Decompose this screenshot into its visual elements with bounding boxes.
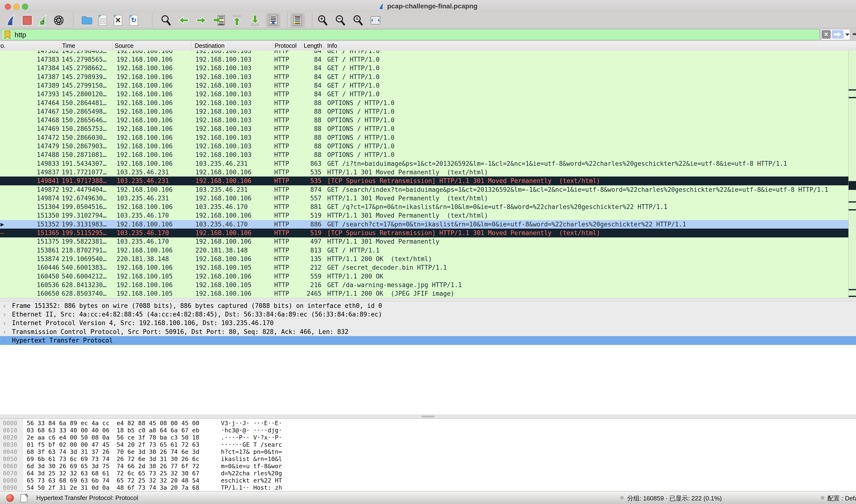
go-last-packet-button[interactable] bbox=[248, 13, 262, 28]
packet-row[interactable]: 147488150.2871081…192.168.100.106192.168… bbox=[0, 150, 849, 159]
packet-row[interactable]: 147469150.2865753…192.168.100.106192.168… bbox=[0, 124, 849, 133]
hex-row[interactable]: 005069 6b 61 73 6c 69 73 74 26 72 6e 3d … bbox=[0, 455, 856, 463]
col-header-protocol[interactable]: Protocol bbox=[275, 42, 297, 49]
packet-row[interactable]: 160446540.6001383…192.168.100.106192.168… bbox=[0, 263, 849, 272]
cell-length: 84 bbox=[296, 90, 321, 98]
packet-row[interactable]: 147387145.2798939…192.168.100.106192.168… bbox=[0, 73, 849, 82]
packet-row[interactable]: 149874192.6749630…103.235.46.231192.168.… bbox=[0, 194, 849, 203]
hex-offset: 0010 bbox=[3, 427, 17, 434]
filter-dropdown-chevron[interactable] bbox=[845, 33, 850, 36]
cell-no: 160446 bbox=[10, 263, 59, 272]
cell-source: 103.235.46.170 bbox=[117, 229, 190, 237]
detail-line[interactable]: ›Ethernet II, Src: 4a:cc:e4:82:88:45 (4a… bbox=[0, 310, 856, 319]
packet-row[interactable]: 147382145.2798465…192.168.100.106192.168… bbox=[0, 51, 849, 55]
cell-length: 863 bbox=[296, 159, 321, 168]
open-file-button[interactable] bbox=[80, 13, 94, 28]
packet-row[interactable]: 151304199.0504516…192.168.100.106103.235… bbox=[0, 202, 849, 211]
packet-row[interactable]: 147464150.2864481…192.168.100.106192.168… bbox=[0, 98, 849, 107]
packet-row[interactable]: 147472150.2866030…192.168.100.106192.168… bbox=[0, 133, 849, 142]
stop-capture-button[interactable] bbox=[20, 13, 34, 28]
cell-no: 147384 bbox=[10, 64, 59, 72]
hex-row[interactable]: 009054 50 2f 31 2e 31 0d 0a 48 6f 73 74 … bbox=[0, 484, 856, 491]
col-header-time[interactable]: Time bbox=[62, 42, 75, 49]
go-first-packet-button[interactable] bbox=[230, 13, 244, 28]
packet-row[interactable]: 147467150.2865498…192.168.100.106192.168… bbox=[0, 107, 849, 116]
hex-row[interactable]: 008065 73 63 68 69 63 6b 74 65 72 25 32 … bbox=[0, 477, 856, 484]
packet-row[interactable]: 160450540.6004212…192.168.100.105192.168… bbox=[0, 272, 849, 281]
filter-clear-button[interactable]: ✕ bbox=[822, 30, 831, 39]
packet-row[interactable]: 149841191.9717388…103.235.46.231192.168.… bbox=[0, 177, 849, 185]
col-header-no[interactable]: No. bbox=[0, 42, 5, 49]
cell-info: [TCP Spurious Retransmission] HTTP/1.1 3… bbox=[327, 177, 845, 185]
hex-row[interactable]: 000056 33 84 6a 89 ec 4a cc e4 82 88 45 … bbox=[0, 420, 856, 427]
packet-row[interactable]: ▶151352199.3131983…192.168.100.106103.23… bbox=[0, 220, 849, 229]
zoom-out-button[interactable]: − bbox=[333, 13, 347, 28]
status-profile[interactable]: 配置 : Defa bbox=[827, 494, 856, 503]
packet-row[interactable]: 147383145.2798565…192.168.100.106192.168… bbox=[0, 55, 849, 64]
bookmark-icon[interactable] bbox=[4, 30, 11, 39]
cell-no: 153861 bbox=[10, 246, 59, 255]
hex-row[interactable]: 00606d 3d 30 26 69 65 3d 75 74 66 2d 38 … bbox=[0, 463, 856, 470]
packet-row[interactable]: 151350199.3102794…103.235.46.170192.168.… bbox=[0, 211, 849, 220]
zoom-100-button[interactable]: = bbox=[351, 13, 365, 28]
packet-row[interactable]: 153874219.1069540…220.181.38.148192.168.… bbox=[0, 255, 849, 264]
restart-capture-button[interactable]: ↺ bbox=[36, 13, 50, 28]
go-to-packet-button[interactable] bbox=[212, 13, 227, 28]
filter-apply-button[interactable] bbox=[832, 30, 843, 39]
reload-file-button[interactable]: ↻ bbox=[127, 13, 141, 28]
packet-row[interactable]: 160536628.8413230…192.168.100.106192.168… bbox=[0, 281, 849, 289]
hex-row[interactable]: 003001 f5 bf 02 00 00 47 45 54 20 2f 73 … bbox=[0, 441, 856, 448]
packet-row[interactable]: 149833191.5434307…192.168.100.106103.235… bbox=[0, 159, 849, 168]
cell-time: 540.6004212… bbox=[61, 272, 111, 281]
packet-row[interactable]: 149872192.4479404…192.168.100.106103.235… bbox=[0, 185, 849, 194]
hex-row[interactable]: 001003 68 63 33 40 00 40 06 18 b5 c0 a8 … bbox=[0, 427, 856, 434]
col-header-length[interactable]: Length bbox=[304, 42, 323, 49]
packet-list-scrollbar[interactable] bbox=[849, 51, 856, 298]
cell-length: 557 bbox=[296, 194, 321, 202]
display-filter-input[interactable]: http bbox=[1, 29, 820, 40]
capture-options-button[interactable] bbox=[52, 13, 66, 28]
packet-row[interactable]: 147479150.2867903…192.168.100.106192.168… bbox=[0, 142, 849, 151]
detail-line[interactable]: ›Frame 151352: 886 bytes on wire (7088 b… bbox=[0, 302, 856, 310]
packet-row[interactable]: 147384145.2798662…192.168.100.106192.168… bbox=[0, 64, 849, 73]
zoom-in-button[interactable]: + bbox=[315, 13, 329, 28]
packet-row[interactable]: 160650628.8503740…192.168.100.105192.168… bbox=[0, 289, 849, 298]
go-forward-button[interactable] bbox=[194, 13, 209, 28]
window-title-wrap: pcap-challenge-final.pcapng bbox=[0, 1, 856, 12]
close-document-icon: ✕ bbox=[114, 15, 122, 26]
detail-line[interactable]: ›Internet Protocol Version 4, Src: 192.1… bbox=[0, 319, 856, 327]
detail-line[interactable]: ›Hypertext Transfer Protocol bbox=[0, 336, 856, 345]
packet-row[interactable]: 149837191.7721077…103.235.46.231192.168.… bbox=[0, 168, 849, 177]
start-capture-button[interactable] bbox=[4, 13, 18, 28]
cell-no: 147469 bbox=[10, 124, 59, 133]
hex-row[interactable]: 00202e aa c6 e4 00 50 08 0a 56 ce 3f 78 … bbox=[0, 434, 856, 441]
pane-splitter[interactable] bbox=[0, 415, 856, 418]
cell-destination: 192.168.100.106 bbox=[195, 168, 271, 177]
col-header-destination[interactable]: Destination bbox=[195, 42, 225, 49]
capture-comment-icon[interactable] bbox=[20, 494, 27, 502]
cell-destination: 192.168.100.103 bbox=[195, 98, 271, 107]
col-header-info[interactable]: Info bbox=[327, 42, 337, 49]
cell-length: 519 bbox=[296, 211, 321, 220]
packet-row[interactable]: 147389145.2799150…192.168.100.106192.168… bbox=[0, 81, 849, 90]
packet-row[interactable]: 153861218.8702791…192.168.100.106220.181… bbox=[0, 246, 849, 255]
detail-line[interactable]: ›Transmission Control Protocol, Src Port… bbox=[0, 327, 856, 336]
save-file-button[interactable]: 010100110101110 bbox=[95, 13, 110, 28]
hex-row[interactable]: 004068 3f 63 74 3d 31 37 26 70 6e 3d 30 … bbox=[0, 448, 856, 455]
packet-row[interactable]: —151365199.5115295…103.235.46.170192.168… bbox=[0, 229, 849, 237]
colorize-packets-button[interactable] bbox=[290, 13, 305, 28]
go-back-button[interactable] bbox=[176, 13, 191, 28]
expert-info-icon[interactable] bbox=[6, 494, 14, 502]
packet-row[interactable]: 147393145.2800120…192.168.100.106192.168… bbox=[0, 90, 849, 98]
packet-row[interactable]: 147468150.2865646…192.168.100.106192.168… bbox=[0, 116, 849, 125]
hex-row[interactable]: 007064 3d 25 32 32 63 68 61 72 6c 65 73 … bbox=[0, 470, 856, 477]
resize-columns-button[interactable] bbox=[368, 13, 382, 28]
splitter-drag-handle[interactable] bbox=[421, 416, 435, 417]
pane-splitter[interactable] bbox=[0, 298, 856, 302]
packet-row[interactable]: 151375199.5822381…103.235.46.170192.168.… bbox=[0, 237, 849, 246]
auto-scroll-button[interactable] bbox=[266, 13, 280, 28]
col-header-source[interactable]: Source bbox=[115, 42, 133, 49]
close-file-button[interactable]: ✕ bbox=[111, 13, 125, 28]
hex-offset: 0060 bbox=[3, 463, 17, 470]
find-packet-button[interactable] bbox=[159, 13, 173, 28]
